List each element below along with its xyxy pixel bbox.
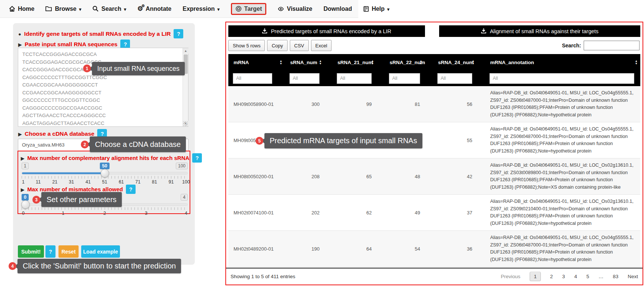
cell-srna-21-num: 99 (332, 101, 384, 107)
cell-srna-22-num: 81 (384, 101, 433, 107)
filter-input-srna-21-num[interactable] (337, 73, 372, 84)
pagination-page-2[interactable]: 2 (550, 274, 553, 279)
caret-down-icon (218, 6, 220, 12)
sequence-line: AGACTAGGAGCTTAGAACCTCACC (22, 120, 183, 127)
cell-srna-22-num: 54 (384, 246, 433, 252)
tick-label: 21 (52, 179, 57, 185)
callout-text: Set other parameters (47, 195, 117, 204)
tick-label: 81 (152, 179, 157, 185)
filter-input-mrna[interactable] (233, 73, 272, 84)
triangle-bullet-icon (21, 186, 24, 192)
nav-item-home[interactable]: Home (9, 6, 34, 12)
nav-label: Download (323, 6, 352, 12)
table-header-row: mRNA sRNA_num sRNA_21_num sRNA_22_num sR… (228, 54, 640, 70)
nav-item-download[interactable]: Download (323, 6, 352, 12)
column-header-srna-num[interactable]: sRNA_num (285, 54, 332, 70)
cell-mrna: MH09t0058900-01 (228, 101, 285, 107)
cell-annotation: Alias=RAP-DB_id: Os04t0649051-01, MSU_id… (485, 122, 640, 158)
tick-label: 31 (69, 179, 74, 185)
load-example-button[interactable]: Load example (81, 245, 120, 258)
filter-input-srna-24-num[interactable] (437, 73, 472, 84)
help-title-button[interactable]: ? (174, 29, 183, 38)
table-row[interactable]: MH02t0074100-01 202 62 49 37 Alias=RAP-D… (228, 195, 640, 231)
nav-item-browse[interactable]: Browse (45, 6, 81, 12)
pagination-previous[interactable]: Previous (501, 274, 521, 279)
sort-icon[interactable] (635, 60, 638, 65)
reset-button[interactable]: Reset (58, 245, 79, 258)
sort-icon[interactable] (319, 60, 322, 65)
pagination-page-3[interactable]: 3 (562, 274, 565, 279)
column-header-annotation[interactable]: mRNA_annotation (485, 54, 640, 70)
show-rows-button[interactable]: Show 5 rows (228, 40, 265, 51)
column-header-srna-21-num[interactable]: sRNA_21_num (332, 54, 384, 70)
sort-icon[interactable] (472, 60, 475, 65)
callout-text: Predicted mRNA targets of input small RN… (270, 136, 417, 145)
table-row[interactable]: MH09t0058900-01 300 99 81 56 Alias=RAP-D… (228, 86, 640, 122)
table-row[interactable]: MH02t0489200-01 190 64 54 36 Alias=RAP-D… (228, 231, 640, 267)
slider-max-label: 100 (176, 163, 188, 169)
download-button-label: Alignment of small RNAs against their ta… (490, 28, 599, 34)
nav-item-expression[interactable]: Expression (183, 6, 219, 12)
filter-input-srna-22-num[interactable] (389, 73, 420, 84)
max-hits-label-row: Max number of complementary alignment hi… (21, 153, 202, 163)
column-header-mrna[interactable]: mRNA (228, 54, 285, 70)
filter-input-srna-num[interactable] (289, 73, 320, 84)
callout-badge-3: 3 (32, 196, 40, 204)
search-input[interactable] (584, 41, 640, 50)
nav-item-visualize[interactable]: Visualize (277, 6, 312, 12)
nav-item-annotate[interactable]: ⚙⚙ Annotate (137, 6, 172, 12)
table-footer: Showing 1 to 5 of 411 entries Previous 1… (226, 268, 643, 285)
pagination-page-83[interactable]: 83 (613, 274, 618, 279)
cell-annotation: Alias=RAP-DB_id: Os04t0649051-01, MSU_id… (485, 195, 640, 230)
slider-handle[interactable] (21, 200, 30, 209)
help-max-hits-button[interactable]: ? (192, 153, 202, 163)
table-row[interactable]: MH08t0050200-01 208 65 48 42 Alias=RAP-D… (228, 158, 640, 195)
help-mismatch-button[interactable]: ? (126, 185, 136, 194)
tick-label: 51 (102, 179, 107, 185)
sequence-line: TCCTCACCGGGAGACCGCGCA (22, 51, 183, 59)
caret-down-icon (387, 6, 390, 12)
triangle-bullet-icon (18, 41, 22, 48)
max-hits-slider[interactable]: 1 50 100 1 11 21 31 41 51 61 71 81 91 10… (22, 163, 188, 185)
column-header-srna-22-num[interactable]: sRNA_22_num (384, 54, 433, 70)
callout-badge-5: 5 (256, 137, 263, 145)
copy-button[interactable]: Copy (267, 40, 287, 51)
sort-icon[interactable] (420, 60, 422, 65)
nav-item-help[interactable]: Help (363, 6, 390, 12)
slider-handle[interactable] (101, 169, 109, 177)
callout-tip-5: Predicted mRNA targets of input small RN… (264, 133, 422, 148)
column-header-srna-24-num[interactable]: sRNA_24_num (433, 54, 485, 70)
submit-button[interactable]: Submit! (18, 245, 44, 258)
sort-icon[interactable] (371, 60, 374, 65)
slider-fill (22, 172, 105, 174)
slider-tick-labels: 1 11 21 31 41 51 61 71 81 91 100 (22, 179, 188, 185)
cell-srna-24-num: 55 (433, 138, 485, 143)
slider-track[interactable] (22, 172, 188, 175)
callout-tip-3: Set other parameters (41, 192, 122, 207)
download-alignment-button[interactable]: Alignment of small RNAs against their ta… (439, 25, 640, 37)
sort-icon[interactable] (280, 60, 282, 65)
callout-badge-2: 2 (81, 141, 89, 148)
sequence-input-textarea[interactable]: TCCTCACCGGGAGACCGCGCA TCACCGGGAGACCGCGCA… (18, 48, 188, 127)
resize-grip-icon[interactable] (183, 122, 188, 126)
textarea-scrollbar[interactable] (183, 48, 188, 126)
csv-button[interactable]: CSV (290, 40, 309, 51)
pagination-page-4[interactable]: 4 (574, 274, 577, 279)
pagination-ellipsis: … (599, 274, 604, 279)
cell-annotation: Alias=RAP-DB_id: Os04t0649051-01, MSU_id… (485, 158, 640, 194)
nav-item-search[interactable]: Search (92, 6, 126, 12)
pagination-page-5[interactable]: 5 (586, 274, 589, 279)
cell-mrna: MH02t0489200-01 (228, 246, 285, 252)
download-predicted-targets-button[interactable]: Predicted targets of small RNAs encoded … (228, 25, 425, 37)
form-buttons-row: Submit! ? Reset Load example (18, 245, 120, 258)
results-table: mRNA sRNA_num sRNA_21_num sRNA_22_num sR… (228, 54, 640, 267)
filter-input-annotation[interactable] (489, 73, 634, 84)
pagination-next[interactable]: Next (628, 274, 638, 279)
nav-item-target[interactable]: Target (231, 3, 267, 15)
scroll-up-icon[interactable] (183, 48, 188, 54)
pagination-page-1[interactable]: 1 (530, 272, 541, 281)
excel-button[interactable]: Excel (311, 40, 332, 51)
tick-label: 1 (62, 211, 64, 216)
cell-mrna: MH02t0074100-01 (228, 210, 285, 216)
help-submit-button[interactable]: ? (45, 245, 55, 258)
